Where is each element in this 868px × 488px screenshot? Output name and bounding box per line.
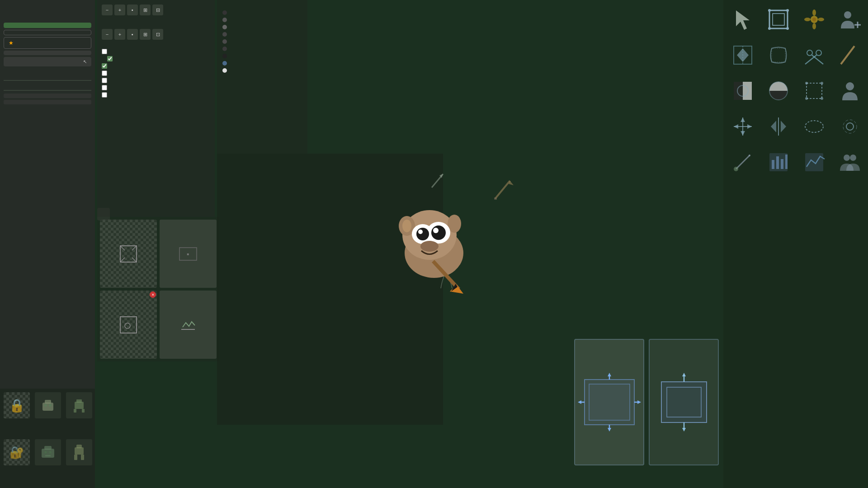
theme-item-extreme-bg[interactable]: [221, 52, 304, 60]
button-flat-row[interactable]: [4, 84, 91, 87]
button-ghost[interactable]: [4, 51, 91, 55]
button-big[interactable]: [4, 10, 91, 14]
toolbar-minus[interactable]: −: [102, 5, 113, 15]
svg-point-66: [805, 97, 808, 100]
checkbox-hard-edge[interactable]: [102, 92, 107, 98]
toolbar-single[interactable]: ▪: [127, 5, 138, 15]
button-flat[interactable]: [4, 30, 91, 35]
button-row-ghost[interactable]: [4, 94, 91, 98]
svg-marker-99: [578, 400, 581, 404]
brush-panel: − + ▪ ⊞ ⊟ − + ▪ ⊞ ⊡: [97, 0, 215, 217]
svg-point-4: [125, 323, 130, 328]
svg-point-42: [768, 27, 771, 30]
align-icon[interactable]: [727, 39, 759, 71]
chart2-icon[interactable]: [798, 146, 830, 178]
checkbox-enable-dynamics[interactable]: [102, 49, 107, 54]
person-icon-2[interactable]: [834, 75, 866, 107]
half-circle-icon[interactable]: [763, 75, 794, 107]
theme-item-border[interactable]: [221, 16, 304, 23]
svg-line-59: [805, 55, 816, 64]
theme-item-disabled-btn[interactable]: [221, 31, 304, 38]
svg-point-57: [816, 50, 821, 56]
svg-point-46: [812, 9, 816, 16]
svg-point-32: [433, 228, 439, 233]
button-suggested[interactable]: [4, 23, 91, 28]
theme-item-edge[interactable]: [221, 45, 304, 52]
svg-point-8: [49, 404, 52, 407]
cursor-tool-icon[interactable]: [727, 4, 759, 35]
frame-tool-icon[interactable]: [763, 4, 794, 35]
chart-icon[interactable]: [763, 146, 794, 178]
button-condensed[interactable]: [4, 16, 91, 21]
svg-line-58: [812, 55, 823, 64]
option-lock-brush: [102, 78, 210, 83]
toolbar-minus2[interactable]: −: [102, 29, 113, 40]
theme-dot-disabled-fg: [222, 39, 227, 44]
thumb-item-2[interactable]: ■: [160, 220, 217, 288]
button-flat-icon[interactable]: ★: [4, 37, 91, 49]
toolbar-grid2[interactable]: ⊟: [152, 5, 163, 15]
robot-stand-icon[interactable]: [66, 439, 92, 465]
theme-item-dimmed[interactable]: [221, 23, 304, 31]
checkbox-jitter[interactable]: [102, 63, 107, 69]
thumb-item-3[interactable]: ✕: [100, 291, 157, 359]
svg-point-56: [807, 50, 812, 56]
toolbar-page[interactable]: ⊡: [152, 29, 163, 40]
svg-marker-107: [682, 428, 686, 432]
gimp-mascot: [384, 194, 484, 294]
option-reverse: [107, 56, 210, 61]
theme-item-disabled-fg[interactable]: [221, 38, 304, 45]
svg-marker-74: [747, 124, 752, 129]
theme-item-bg[interactable]: [221, 9, 304, 16]
thumb-item-1[interactable]: [100, 220, 157, 288]
checkbox-lock-brush[interactable]: [102, 78, 107, 83]
theme-dot-fg: [222, 68, 227, 73]
scissors-icon[interactable]: [798, 39, 830, 71]
gear-icon[interactable]: [834, 111, 866, 142]
button-row[interactable]: [4, 74, 91, 77]
svg-rect-14: [44, 446, 52, 450]
svg-point-47: [812, 23, 816, 29]
robot-detail-icon[interactable]: [35, 439, 61, 465]
button-ghost-icon[interactable]: ↖: [4, 57, 91, 66]
svg-rect-21: [81, 455, 84, 460]
svg-marker-101: [637, 400, 641, 404]
theme-dot-disabled-btn: [222, 32, 227, 37]
button-plain[interactable]: [4, 4, 91, 8]
move-icon[interactable]: [727, 111, 759, 142]
flip-h-icon[interactable]: [763, 111, 794, 142]
tool-3-icon[interactable]: [834, 39, 866, 71]
toolbar-plus2[interactable]: +: [114, 29, 125, 40]
warp-icon[interactable]: [763, 39, 794, 71]
button-row-ghost-icon[interactable]: [4, 100, 91, 104]
person-group-icon[interactable]: [834, 146, 866, 178]
select-rect-icon[interactable]: [798, 75, 830, 107]
svg-rect-5: [42, 403, 53, 411]
needle-icon[interactable]: [727, 146, 759, 178]
robot-small-icon[interactable]: [66, 392, 92, 418]
svg-rect-10: [76, 399, 82, 403]
sunflower-icon[interactable]: [798, 4, 830, 35]
transform-box-1: [574, 339, 644, 465]
brightness-icon[interactable]: [727, 75, 759, 107]
toolbar-single2[interactable]: ▪: [127, 29, 138, 40]
svg-line-110: [495, 181, 510, 199]
svg-point-64: [805, 82, 808, 84]
toolbar-grid[interactable]: ⊞: [140, 5, 151, 15]
theme-item-fg[interactable]: [221, 67, 304, 74]
theme-dot-extreme-sel: [222, 61, 227, 66]
ellipse-select-icon[interactable]: [798, 111, 830, 142]
checkbox-smooth[interactable]: [102, 70, 107, 76]
toolbar-grid3[interactable]: ⊞: [140, 29, 151, 40]
lock-icon-2[interactable]: 🔐: [4, 439, 30, 465]
theme-item-extreme-sel[interactable]: [221, 60, 304, 67]
lock-icon-1[interactable]: 🔒: [4, 392, 30, 418]
thumb-item-4[interactable]: [160, 291, 217, 359]
toolbar-plus[interactable]: +: [114, 5, 125, 15]
svg-marker-97: [608, 428, 611, 432]
person-add-icon[interactable]: [834, 4, 866, 35]
robot-icon-1[interactable]: [35, 392, 61, 418]
checkbox-reverse[interactable]: [107, 56, 113, 61]
svg-marker-95: [608, 373, 611, 376]
checkbox-incremental[interactable]: [102, 85, 107, 90]
